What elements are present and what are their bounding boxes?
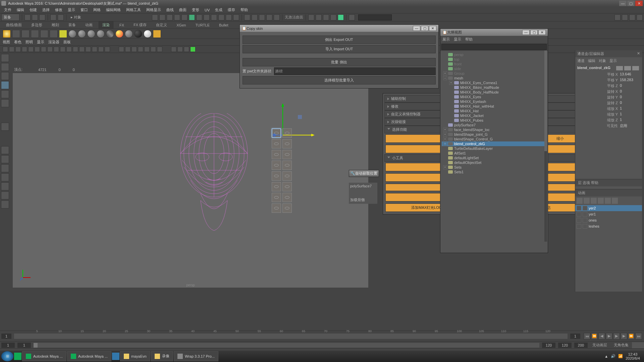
spot-icon[interactable] bbox=[21, 30, 30, 38]
icon-b[interactable] bbox=[316, 14, 322, 20]
tool-icon3[interactable] bbox=[211, 14, 217, 20]
tool-icon2[interactable] bbox=[204, 14, 210, 20]
icon-a[interactable] bbox=[308, 14, 314, 20]
outliner-node-face_blendShape_loc[interactable]: +face_blendShape_loc bbox=[442, 127, 546, 132]
mat-3[interactable] bbox=[87, 30, 95, 38]
snap-plane-icon[interactable] bbox=[174, 14, 180, 20]
attr-row[interactable]: 旋转 X0 bbox=[575, 89, 642, 95]
vp-i[interactable] bbox=[92, 47, 97, 52]
menu-显示[interactable]: 显示 bbox=[65, 7, 78, 13]
cb-min[interactable] bbox=[616, 66, 623, 71]
vp-i[interactable] bbox=[177, 47, 183, 52]
vp-i[interactable] bbox=[22, 47, 27, 52]
redo-icon[interactable] bbox=[58, 14, 64, 20]
mat-red[interactable] bbox=[115, 30, 123, 38]
scrollbar[interactable] bbox=[544, 51, 547, 242]
step-fwd-key[interactable]: ⏩ bbox=[628, 333, 635, 340]
layer-btn[interactable] bbox=[598, 198, 604, 204]
layout-3[interactable] bbox=[1, 164, 9, 172]
vol-icon[interactable] bbox=[50, 30, 58, 38]
vp-i[interactable] bbox=[184, 47, 189, 52]
layer-btn[interactable] bbox=[577, 198, 583, 204]
vp-i[interactable] bbox=[119, 47, 124, 52]
outliner-node-front[interactable]: front bbox=[442, 62, 546, 66]
tab-多边形[interactable]: 多边形 bbox=[28, 21, 46, 28]
channel-close[interactable]: ✕ bbox=[637, 51, 640, 56]
close-button[interactable]: ✕ bbox=[635, 1, 643, 6]
attr-row[interactable]: 可见性启用 bbox=[575, 123, 642, 129]
outliner-node-MHXX_Bikini_HalfNude[interactable]: MHXX_Bikini_HalfNude bbox=[442, 85, 546, 90]
attr-row[interactable]: 旋转 Y0 bbox=[575, 95, 642, 100]
vp-i[interactable] bbox=[131, 47, 137, 52]
outliner-node-defaultLightSet[interactable]: defaultLightSet bbox=[442, 156, 546, 160]
tab-装备[interactable]: 装备 bbox=[65, 21, 79, 28]
ctrl-cell[interactable] bbox=[272, 139, 281, 148]
outliner-node-mesh[interactable]: −mesh bbox=[442, 76, 546, 80]
cb-close[interactable] bbox=[632, 66, 639, 71]
menu-曲线[interactable]: 曲线 bbox=[164, 7, 176, 13]
menu-网格工具[interactable]: 网格工具 bbox=[123, 7, 144, 13]
outliner-menu-item[interactable]: 帮助 bbox=[465, 37, 473, 42]
vp-i[interactable] bbox=[35, 47, 40, 52]
ctrl-cell[interactable] bbox=[272, 150, 281, 159]
tab-渲染[interactable]: 渲染 bbox=[99, 21, 113, 29]
snap-view-icon[interactable] bbox=[181, 14, 187, 20]
vp-i[interactable] bbox=[98, 47, 104, 52]
vp-i[interactable] bbox=[54, 47, 59, 52]
step-fwd[interactable]: ▶ bbox=[621, 333, 627, 340]
task-icon[interactable] bbox=[112, 353, 119, 360]
env-icon[interactable] bbox=[40, 30, 48, 38]
range-end[interactable]: 120 bbox=[558, 343, 572, 348]
ctrl-cell[interactable] bbox=[282, 139, 292, 148]
toggle-attr-icon[interactable] bbox=[622, 14, 628, 20]
layer-btn[interactable] bbox=[591, 198, 597, 204]
vp-i[interactable] bbox=[73, 47, 78, 52]
vp-i[interactable] bbox=[157, 47, 162, 52]
ctrl-cell[interactable] bbox=[272, 193, 281, 202]
outliner-min[interactable]: — bbox=[522, 30, 530, 35]
vp-i-active[interactable] bbox=[190, 47, 196, 52]
outliner-node-side[interactable]: side bbox=[442, 66, 546, 71]
task-maya2[interactable]: Autodesk Maya ... bbox=[67, 351, 111, 361]
ctrl-cell[interactable] bbox=[282, 193, 292, 202]
vp-i[interactable] bbox=[79, 47, 85, 52]
tab-自定义[interactable]: 自定义 bbox=[153, 21, 170, 28]
lock-icon[interactable] bbox=[226, 14, 232, 20]
outliner-node-MHXX_Hat[interactable]: MHXX_Hat bbox=[442, 109, 546, 113]
attr-row[interactable]: 平移 Y158.283 bbox=[575, 77, 642, 83]
outliner-node-blend_control_zkG[interactable]: +blend_control_zkG bbox=[442, 141, 546, 146]
icon-e[interactable] bbox=[338, 14, 344, 20]
tab-FX[interactable]: FX bbox=[116, 22, 127, 28]
anim-layer[interactable]: 无动画层 bbox=[589, 343, 610, 348]
dialog-max[interactable]: ▢ bbox=[421, 26, 428, 31]
mat-7[interactable] bbox=[134, 30, 142, 38]
ctrl-cell[interactable] bbox=[282, 150, 292, 159]
menu-编辑网格[interactable]: 编辑网格 bbox=[103, 7, 123, 13]
outliner-node-MHXX_Pubes[interactable]: MHXX_Pubes bbox=[442, 118, 546, 123]
mat-2[interactable] bbox=[78, 30, 86, 38]
vp-i[interactable] bbox=[9, 47, 14, 52]
layer-btn[interactable] bbox=[612, 198, 618, 204]
outliner-close[interactable]: ✕ bbox=[538, 30, 546, 35]
outliner-node-blendShape_joint_G[interactable]: +blendShape_joint_G bbox=[442, 132, 546, 137]
menu-选择[interactable]: 选择 bbox=[40, 7, 52, 13]
go-start[interactable]: ⏮ bbox=[584, 333, 590, 340]
channel-tab[interactable]: 对象 bbox=[599, 58, 606, 63]
task-maya1[interactable]: Autodesk Maya ... bbox=[22, 351, 66, 361]
current-frame[interactable]: 1 bbox=[1, 334, 11, 339]
layout-6[interactable] bbox=[1, 191, 9, 199]
outliner-node-defaultObjectSet[interactable]: defaultObjectSet bbox=[442, 160, 546, 165]
attr-row[interactable]: 平移 Z0 bbox=[575, 83, 642, 89]
step-back[interactable]: ◀ bbox=[598, 333, 605, 340]
outliner-node-polySurface7[interactable]: polySurface7 bbox=[442, 123, 546, 127]
tab-Bullet[interactable]: Bullet bbox=[216, 22, 232, 28]
tab-动画[interactable]: 动画 bbox=[82, 21, 96, 28]
playback-start[interactable]: 1 bbox=[17, 343, 31, 348]
maximize-button[interactable]: ▢ bbox=[627, 1, 635, 6]
play-back[interactable]: ▶ bbox=[606, 333, 612, 340]
task-folder2[interactable]: 录像 bbox=[151, 351, 173, 361]
cb-max[interactable] bbox=[624, 66, 631, 71]
outliner-node-blendShape_Control_G[interactable]: +blendShape_Control_G bbox=[442, 137, 546, 141]
attr-row[interactable]: 缩放 Y1 bbox=[575, 112, 642, 117]
area-icon[interactable] bbox=[31, 30, 39, 38]
